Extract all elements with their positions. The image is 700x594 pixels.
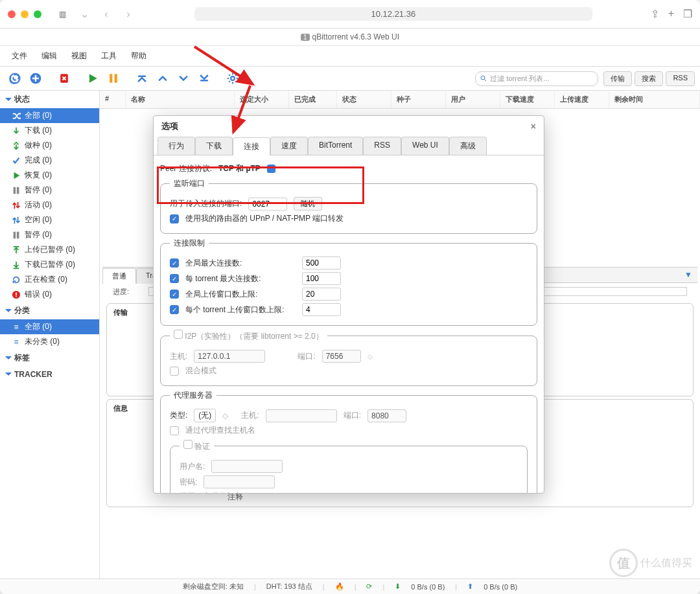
menu-view[interactable]: 视图 [65, 49, 93, 63]
sidebar-status-item[interactable]: 错误 (0) [0, 287, 99, 302]
sidebar-category-header[interactable]: 分类 [0, 302, 99, 319]
sidebar-status-item[interactable]: 正在检查 (0) [0, 272, 99, 287]
col-dl[interactable]: 下载速度 [500, 91, 555, 108]
col-seeds[interactable]: 种子 [391, 91, 446, 108]
sidebar-status-item[interactable]: 恢复 (0) [0, 168, 99, 183]
svg-line-15 [233, 86, 250, 132]
tab-search[interactable]: 搜索 [635, 71, 663, 86]
new-tab-icon[interactable]: + [668, 8, 674, 20]
tab-behavior[interactable]: 行为 [158, 137, 195, 155]
proxy-port-label: 端口: [344, 410, 361, 421]
sidebar-status-item[interactable]: 活动 (0) [0, 198, 99, 212]
tab-bittorrent[interactable]: BitTorrent [308, 137, 363, 155]
sidebar-status-item[interactable]: 上传已暂停 (0) [0, 242, 99, 257]
sidebar-toggle-icon[interactable]: ▥ [54, 7, 70, 21]
peer-proto-value[interactable]: TCP 和 µTP [218, 163, 261, 174]
detail-collapse-icon[interactable]: ▼ [679, 268, 697, 283]
close-window-icon[interactable] [8, 10, 16, 18]
minimize-window-icon[interactable] [21, 10, 29, 18]
sidebar-status-item[interactable]: 全部 (0) [0, 108, 99, 123]
alt-speed-icon[interactable]: ⟳ [366, 582, 372, 591]
limit-input[interactable] [302, 288, 341, 301]
toolbar: 过滤 torrent 列表... 传输 搜索 RSS [0, 67, 700, 91]
proxy-type-select[interactable]: (无) [194, 409, 216, 422]
sidebar-tags-header[interactable]: 标签 [0, 349, 99, 367]
auth-pass-input [204, 475, 275, 488]
back-icon[interactable]: ‹ [99, 7, 114, 21]
sidebar-tracker-header[interactable]: TRACKER [0, 367, 99, 382]
sidebar-status-item[interactable]: 空闲 (0) [0, 212, 99, 227]
limit-input[interactable] [302, 257, 341, 269]
sidebar-status-item[interactable]: 做种 (0) [0, 138, 99, 153]
progress-label: 进度: [113, 287, 129, 297]
col-done[interactable]: 已完成 [289, 91, 337, 108]
limit-input[interactable] [302, 303, 341, 316]
limit-checkbox[interactable]: ✓ [170, 290, 179, 299]
page-title: 1qBittorrent v4.6.3 Web UI [0, 29, 700, 46]
tab-advanced[interactable]: 高级 [449, 137, 487, 155]
limit-checkbox[interactable]: ✓ [170, 258, 179, 268]
sidebar-category-item[interactable]: ≡全部 (0) [0, 319, 99, 334]
dht-label: DHT: [266, 582, 282, 590]
auth-user-label: 用户名: [180, 461, 205, 472]
limit-checkbox[interactable]: ✓ [170, 305, 179, 314]
menu-bar: 文件 编辑 视图 工具 帮助 [0, 46, 700, 67]
forward-icon[interactable]: › [121, 7, 136, 21]
sidebar-status-item[interactable]: 下载 (0) [0, 123, 99, 138]
search-icon [480, 74, 487, 82]
limits-legend: 连接限制 [170, 238, 209, 249]
tab-speed[interactable]: 速度 [270, 137, 308, 155]
col-hash[interactable]: # [100, 91, 126, 108]
upload-icon: ⬆ [467, 582, 473, 591]
menu-edit[interactable]: 编辑 [35, 49, 64, 63]
peer-proto-dropdown-icon[interactable] [267, 165, 275, 173]
tab-count-badge: 1 [301, 34, 310, 41]
col-ul[interactable]: 上传速度 [555, 91, 609, 108]
random-port-button[interactable]: 随机 [294, 197, 322, 211]
tab-transfers[interactable]: 传输 [603, 71, 632, 86]
add-torrent-button[interactable] [26, 69, 45, 87]
peer-proto-label: Peer 连接协议: [160, 163, 212, 174]
tabs-icon[interactable]: ❐ [683, 8, 692, 20]
i2p-host-label: 主机: [170, 351, 187, 362]
sidebar-status-item[interactable]: 暂停 (0) [0, 183, 99, 198]
i2p-mixed-label: 混合模式 [185, 365, 216, 376]
listen-port-input[interactable] [248, 198, 287, 211]
menu-file[interactable]: 文件 [5, 49, 34, 63]
limit-input[interactable] [302, 272, 341, 285]
sidebar-status-header[interactable]: 状态 [0, 91, 99, 108]
detail-tab-general[interactable]: 普通 [102, 268, 136, 284]
firewall-icon[interactable]: 🔥 [335, 582, 344, 591]
i2p-host-input [194, 350, 265, 363]
delete-button[interactable] [54, 69, 74, 87]
sidebar-status-item[interactable]: 完成 (0) [0, 153, 99, 168]
dialog-close-button[interactable]: × [531, 121, 536, 131]
tab-webui[interactable]: Web UI [401, 137, 449, 155]
menu-tools[interactable]: 工具 [95, 49, 123, 63]
col-peers[interactable]: 用户 [446, 91, 500, 108]
tab-downloads[interactable]: 下载 [195, 137, 233, 155]
col-status[interactable]: 状态 [337, 91, 391, 108]
sidebar-category-item[interactable]: ≡未分类 (0) [0, 334, 99, 349]
upnp-checkbox[interactable]: ✓ [170, 214, 179, 223]
share-icon[interactable]: ⇪ [651, 8, 659, 20]
col-eta[interactable]: 剩余时间 [609, 91, 700, 108]
i2p-enable-checkbox[interactable] [174, 330, 183, 339]
limit-checkbox[interactable]: ✓ [170, 274, 179, 283]
dropdown-icon[interactable]: ⌄ [76, 7, 92, 21]
add-link-button[interactable] [5, 69, 25, 87]
proxy-hostname-label: 通过代理查找主机名 [185, 425, 255, 436]
sidebar-status-item[interactable]: 暂停 (0) [0, 227, 99, 242]
browser-toolbar: ▥ ⌄ ‹ › 10.12.21.36 ⇪ + ❐ [0, 0, 700, 29]
tab-connection[interactable]: 连接 [233, 137, 270, 155]
sidebar-status-item[interactable]: 下载已暂停 (0) [0, 257, 99, 272]
maximize-window-icon[interactable] [34, 10, 41, 18]
filter-placeholder: 过滤 torrent 列表... [490, 74, 549, 84]
filter-input[interactable]: 过滤 torrent 列表... [475, 71, 598, 86]
tab-rss[interactable]: RSS [666, 71, 695, 86]
url-bar[interactable]: 10.12.21.36 [194, 7, 592, 21]
ul-speed: 0 B/s (0 B) [484, 583, 517, 591]
pause-button[interactable] [104, 69, 123, 87]
start-button[interactable] [83, 69, 102, 87]
tab-rss-opt[interactable]: RSS [363, 137, 401, 155]
